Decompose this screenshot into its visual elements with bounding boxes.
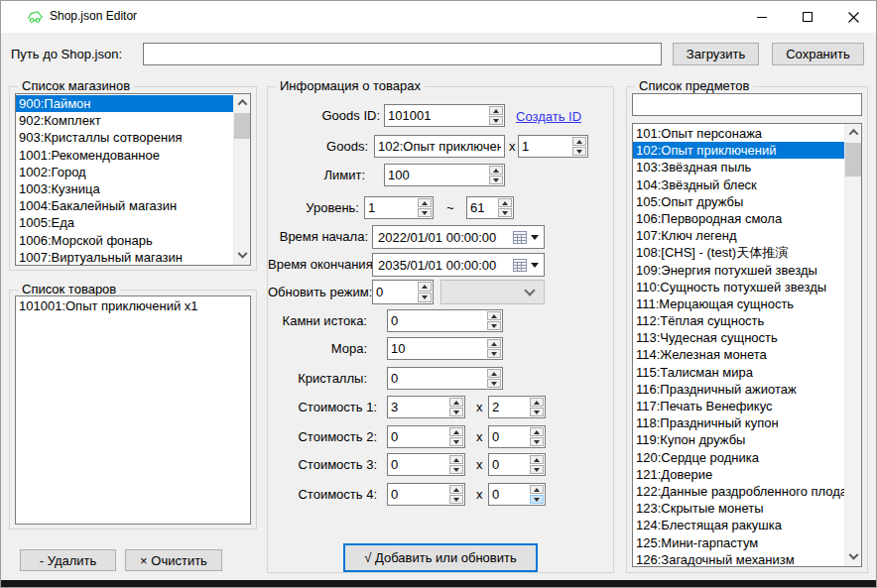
list-item[interactable]: 900:Паймон	[16, 95, 233, 112]
spin-up-button[interactable]	[487, 339, 501, 348]
list-item[interactable]: 101:Опыт персонажа	[633, 125, 844, 142]
spin-up-button[interactable]	[530, 398, 544, 407]
shops-scrollbar[interactable]	[233, 94, 250, 265]
spin-down-button[interactable]	[487, 349, 501, 358]
minimize-button[interactable]	[739, 1, 785, 33]
cost3-count-input[interactable]	[489, 454, 529, 475]
goods-id-input[interactable]	[385, 105, 488, 126]
limit-input[interactable]	[385, 165, 488, 185]
mora-input[interactable]	[388, 338, 486, 359]
list-item[interactable]: 120:Сердце родника	[633, 449, 844, 466]
spin-up-button[interactable]	[418, 198, 432, 207]
spin-up-button[interactable]	[530, 485, 544, 494]
scroll-down-button[interactable]	[234, 248, 250, 265]
spin-down-button[interactable]	[418, 293, 432, 302]
load-button[interactable]: Загрузить	[673, 43, 759, 65]
list-item[interactable]: 903:Кристаллы сотворения	[16, 129, 233, 146]
spin-up-button[interactable]	[489, 106, 503, 115]
list-item[interactable]: 117:Печать Венефикус	[633, 398, 844, 414]
list-item[interactable]: 118:Праздничный купон	[633, 414, 844, 431]
spin-up-button[interactable]	[449, 455, 463, 464]
list-item[interactable]: 104:Звёздный блеск	[633, 176, 844, 193]
spin-down-button[interactable]	[449, 465, 463, 474]
spin-down-button[interactable]	[530, 495, 544, 504]
delete-button[interactable]: - Удалить	[20, 549, 116, 571]
spin-up-button[interactable]	[530, 427, 544, 436]
cost4-count-input[interactable]	[489, 484, 529, 505]
list-item[interactable]: 125:Мини-гарпастум	[633, 534, 844, 551]
primogem-input[interactable]	[388, 310, 486, 331]
list-item[interactable]: 1003:Кузница	[16, 180, 233, 197]
cost4-id-input[interactable]	[388, 484, 448, 505]
scroll-down-button[interactable]	[845, 549, 861, 566]
spin-down-button[interactable]	[449, 408, 463, 416]
list-item[interactable]: 119:Купон дружбы	[633, 431, 844, 448]
spin-up-button[interactable]	[572, 137, 586, 146]
list-item[interactable]: 109:Энергия потухшей звезды	[633, 262, 844, 279]
scroll-track[interactable]	[234, 111, 250, 248]
list-item[interactable]: 105:Опыт дружбы	[633, 193, 844, 210]
spin-down-button[interactable]	[489, 176, 503, 184]
spin-up-button[interactable]	[498, 198, 512, 207]
level-min-input[interactable]	[365, 197, 417, 218]
level-max-input[interactable]	[467, 197, 497, 218]
list-item[interactable]: 1005:Еда	[16, 214, 233, 231]
spin-down-button[interactable]	[530, 465, 544, 474]
spin-up-button[interactable]	[487, 311, 501, 320]
list-item[interactable]: 126:Загадочный механизм	[633, 551, 844, 566]
list-item[interactable]: 1006:Морской фонарь	[16, 232, 233, 249]
spin-up-button[interactable]	[530, 455, 544, 464]
list-item[interactable]: 123:Скрытые монеты	[633, 500, 844, 517]
list-item[interactable]: 112:Тёплая сущность	[633, 312, 844, 329]
scroll-track[interactable]	[845, 141, 861, 549]
list-item[interactable]: 1001:Рекомендованное	[16, 147, 233, 164]
spin-up-button[interactable]	[449, 427, 463, 436]
create-id-link[interactable]: Создать ID	[516, 106, 581, 128]
cost2-id-input[interactable]	[388, 426, 448, 447]
list-item[interactable]: 1002:Город	[16, 164, 233, 180]
list-item[interactable]: 116:Праздничный ажиотаж	[633, 381, 844, 398]
close-button[interactable]	[830, 1, 876, 33]
list-item[interactable]: 110:Сущность потухшей звезды	[633, 279, 844, 295]
spin-down-button[interactable]	[498, 208, 512, 217]
spin-down-button[interactable]	[572, 147, 586, 156]
spin-down-button[interactable]	[449, 437, 463, 446]
goods-count-input[interactable]	[519, 136, 571, 157]
spin-up-button[interactable]	[449, 485, 463, 494]
list-item[interactable]: 124:Блестящая ракушка	[633, 517, 844, 533]
list-item[interactable]: 111:Мерцающая сущность	[633, 295, 844, 312]
spin-down-button[interactable]	[530, 408, 544, 416]
list-item[interactable]: 114:Железная монета	[633, 346, 844, 363]
path-input[interactable]	[143, 43, 662, 65]
list-item[interactable]: 108:[CHS] - (test)天体推演	[633, 244, 844, 261]
spin-down-button[interactable]	[489, 116, 503, 125]
scroll-up-button[interactable]	[234, 94, 250, 111]
list-item[interactable]: 103:Звёздная пыль	[633, 159, 844, 176]
list-item[interactable]: 121:Доверие	[633, 466, 844, 483]
clear-button[interactable]: × Очистить	[125, 549, 222, 571]
list-item[interactable]: 1004:Бакалейный магазин	[16, 197, 233, 214]
cost1-id-input[interactable]	[388, 397, 448, 417]
spin-down-button[interactable]	[487, 379, 501, 388]
time-start-picker[interactable]: 2022/01/01 00:00:00	[372, 225, 545, 249]
crystal-input[interactable]	[388, 368, 486, 389]
goods-input[interactable]	[374, 135, 505, 158]
scroll-thumb[interactable]	[845, 143, 861, 176]
refresh-mode-input[interactable]	[373, 281, 417, 303]
scroll-thumb[interactable]	[234, 113, 250, 139]
list-item[interactable]: 122:Данные раздробленного плода	[633, 483, 844, 500]
list-item[interactable]: 902:Комплект	[16, 112, 233, 129]
list-item[interactable]: 115:Талисман мира	[633, 364, 844, 381]
spin-up-button[interactable]	[418, 282, 432, 292]
items-scrollbar[interactable]	[844, 124, 861, 566]
time-end-picker[interactable]: 2035/01/01 00:00:00	[372, 253, 545, 277]
save-button[interactable]: Сохранить	[772, 43, 864, 65]
spin-up-button[interactable]	[487, 369, 501, 378]
spin-down-button[interactable]	[449, 495, 463, 504]
list-item[interactable]: 102:Опыт приключений	[633, 142, 844, 159]
cost1-count-input[interactable]	[489, 397, 529, 417]
list-item[interactable]: 101001:Опыт приключений x1	[16, 297, 250, 314]
list-item[interactable]: 1007:Виртуальный магазин	[16, 249, 233, 265]
list-item[interactable]: 106:Первородная смола	[633, 210, 844, 227]
cost3-id-input[interactable]	[388, 454, 448, 475]
